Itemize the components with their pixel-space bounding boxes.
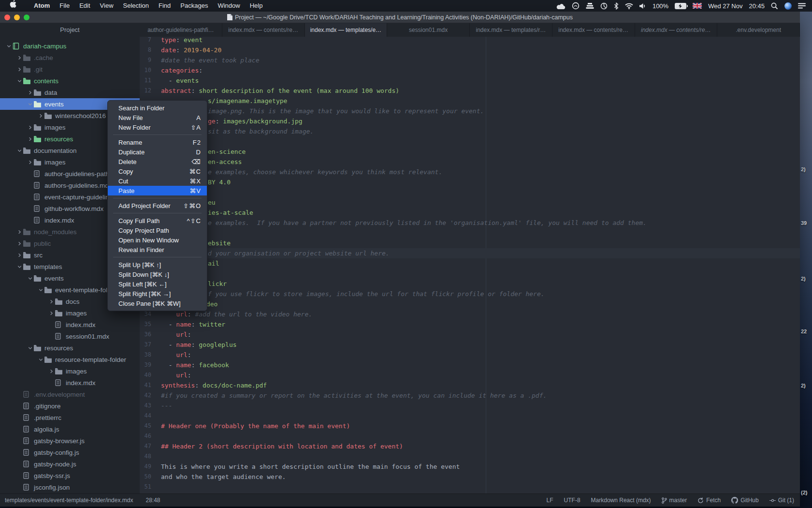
- line-number[interactable]: 42: [140, 390, 151, 401]
- chevron-down-icon[interactable]: [37, 358, 44, 362]
- context-menu-item-split-right-k[interactable]: Split Right [⌘K →]: [108, 289, 207, 299]
- tree-item-.env.development[interactable]: .env.development: [0, 388, 140, 400]
- tree-item-gatsby-node.js[interactable]: gatsby-node.js: [0, 458, 140, 470]
- editor-line-36[interactable]: 36 url:: [140, 329, 800, 340]
- tree-item-algolia.js[interactable]: algolia.js: [0, 423, 140, 435]
- context-menu-item-duplicate[interactable]: DuplicateD: [108, 147, 207, 157]
- tree-item-.cache[interactable]: .cache: [0, 52, 140, 63]
- editor-line-50[interactable]: 50and who the target audience were.: [140, 472, 800, 482]
- tree-item-resources[interactable]: resources: [0, 342, 140, 354]
- chevron-right-icon[interactable]: [15, 230, 23, 234]
- chevron-down-icon[interactable]: [5, 44, 13, 48]
- menu-selection[interactable]: Selection: [118, 0, 154, 12]
- editor-line-30[interactable]: [140, 269, 800, 279]
- menu-find[interactable]: Find: [154, 0, 175, 12]
- tree-item-index.mdx[interactable]: index.mdx: [0, 319, 140, 330]
- editor-line-22[interactable]: [140, 187, 800, 197]
- tab-3[interactable]: index.mdx — templates/e…: [305, 23, 388, 37]
- line-number[interactable]: 35: [140, 319, 151, 329]
- context-menu-item-close-pane-k-w[interactable]: Close Pane [⌘K ⌘W]: [108, 299, 207, 308]
- tree-item-data[interactable]: data: [0, 87, 140, 98]
- line-number[interactable]: 50: [140, 472, 151, 482]
- editor-line-45[interactable]: 45# Header one (Probably the name of the…: [140, 421, 800, 431]
- tab-6[interactable]: index.mdx — contents/re…: [552, 23, 635, 37]
- editor-line-15[interactable]: ge: images/background.jpg: [140, 116, 800, 126]
- tree-item-index.mdx[interactable]: index.mdx: [0, 377, 140, 388]
- github-panel-toggle[interactable]: GitHub: [731, 497, 758, 504]
- editor-line-47[interactable]: 47## Header 2 (short description with lo…: [140, 441, 800, 451]
- context-menu-item-split-up-k[interactable]: Split Up [⌘K ↑]: [108, 260, 207, 269]
- spotlight-icon[interactable]: [769, 0, 780, 12]
- editor-line-16[interactable]: sit as the background image.: [140, 126, 800, 136]
- tree-item-jsconfig.json[interactable]: jsconfig.json: [0, 481, 140, 493]
- editor-line-29[interactable]: ail: [140, 258, 800, 269]
- editor-line-8[interactable]: 8date: 2019-04-20: [140, 45, 800, 55]
- tree-item-.prettierrc[interactable]: .prettierrc: [0, 412, 140, 423]
- current-file-path[interactable]: templates/events/event-template-folder/i…: [5, 497, 133, 504]
- chevron-down-icon[interactable]: [15, 79, 23, 83]
- creative-cloud-icon[interactable]: [570, 0, 581, 12]
- editor-line-19[interactable]: en-access: [140, 157, 800, 167]
- menu-edit[interactable]: Edit: [74, 0, 95, 12]
- line-number[interactable]: 10: [140, 65, 151, 75]
- editor-line-46[interactable]: 46: [140, 431, 800, 441]
- line-number[interactable]: 47: [140, 441, 151, 451]
- window-title-bar[interactable]: Project — ~/Google Drive/TCD Work/DARIAH…: [0, 12, 800, 23]
- context-menu-item-split-left-k[interactable]: Split Left [⌘K ←]: [108, 279, 207, 289]
- chevron-right-icon[interactable]: [15, 67, 23, 72]
- line-number[interactable]: 38: [140, 350, 151, 360]
- context-menu-item-search-in-folder[interactable]: Search in Folder: [108, 103, 207, 113]
- context-menu-item-add-project-folder[interactable]: Add Project Folder⇧⌘O: [108, 201, 207, 210]
- line-number[interactable]: 46: [140, 431, 151, 441]
- editor-line-51[interactable]: 51: [140, 482, 800, 492]
- battery-icon[interactable]: [673, 0, 688, 12]
- editor-line-14[interactable]: image.png. This is the image that you wo…: [140, 106, 800, 116]
- line-number[interactable]: 37: [140, 340, 151, 350]
- editor-line-25[interactable]: e examples. If you have a partner not pr…: [140, 218, 800, 228]
- chevron-right-icon[interactable]: [15, 241, 23, 246]
- chevron-down-icon[interactable]: [26, 276, 34, 281]
- editor-line-24[interactable]: ies-at-scale: [140, 208, 800, 218]
- tab-1[interactable]: author-guidelines-pathfi…: [140, 23, 222, 37]
- context-menu-item-new-file[interactable]: New FileA: [108, 113, 207, 122]
- chevron-right-icon[interactable]: [26, 160, 34, 164]
- editor-line-18[interactable]: en-science: [140, 147, 800, 157]
- chevron-right-icon[interactable]: [47, 299, 55, 304]
- editor-line-7[interactable]: 7type: event: [140, 37, 800, 45]
- editor-line-23[interactable]: eu: [140, 197, 800, 208]
- menu-file[interactable]: File: [55, 0, 74, 12]
- chevron-down-icon[interactable]: [37, 288, 44, 292]
- editor-line-38[interactable]: 38 url:: [140, 350, 800, 360]
- stack-icon[interactable]: [584, 0, 595, 12]
- line-number[interactable]: 49: [140, 462, 151, 472]
- editor-line-11[interactable]: 11 - events: [140, 75, 800, 86]
- editor-line-43[interactable]: 43---: [140, 401, 800, 411]
- volume-icon[interactable]: [638, 0, 648, 12]
- cursor-position[interactable]: 28:48: [145, 497, 160, 504]
- tab-7[interactable]: index.mdx — contents/re…: [635, 23, 718, 37]
- editor-line-34[interactable]: 34 url: #add the url to the video here.: [140, 309, 800, 319]
- line-number[interactable]: 45: [140, 421, 151, 431]
- assistant-icon[interactable]: [783, 0, 793, 12]
- line-number[interactable]: 39: [140, 360, 151, 370]
- tree-item-gatsby-ssr.js[interactable]: gatsby-ssr.js: [0, 470, 140, 481]
- line-number[interactable]: 48: [140, 451, 151, 462]
- line-number[interactable]: 51: [140, 482, 151, 492]
- editor-line-20[interactable]: e examples, choose whichever keywords yo…: [140, 167, 800, 177]
- chevron-right-icon[interactable]: [47, 369, 55, 374]
- editor-line-10[interactable]: 10categories:: [140, 65, 800, 75]
- grammar-indicator[interactable]: Markdown React (mdx): [591, 497, 651, 504]
- menu-atom[interactable]: Atom: [29, 0, 55, 12]
- menu-window[interactable]: Window: [213, 0, 245, 12]
- context-menu-item-paste[interactable]: Paste⌘V: [108, 186, 207, 195]
- text-editor[interactable]: 7type: event8date: 2019-04-209#date the …: [140, 37, 800, 494]
- menu-packages[interactable]: Packages: [175, 0, 213, 12]
- editor-line-41[interactable]: 41synthesis: docs/doc-name.pdf: [140, 380, 800, 390]
- chevron-down-icon[interactable]: [15, 265, 23, 269]
- tree-item-.git[interactable]: .git: [0, 63, 140, 75]
- tab-5[interactable]: index.mdx — templates/r…: [470, 23, 552, 37]
- context-menu-item-delete[interactable]: Delete⌫: [108, 157, 207, 166]
- editor-line-21[interactable]: BY 4.0: [140, 177, 800, 187]
- tree-item-contents[interactable]: contents: [0, 75, 140, 87]
- line-number[interactable]: 12: [140, 86, 151, 96]
